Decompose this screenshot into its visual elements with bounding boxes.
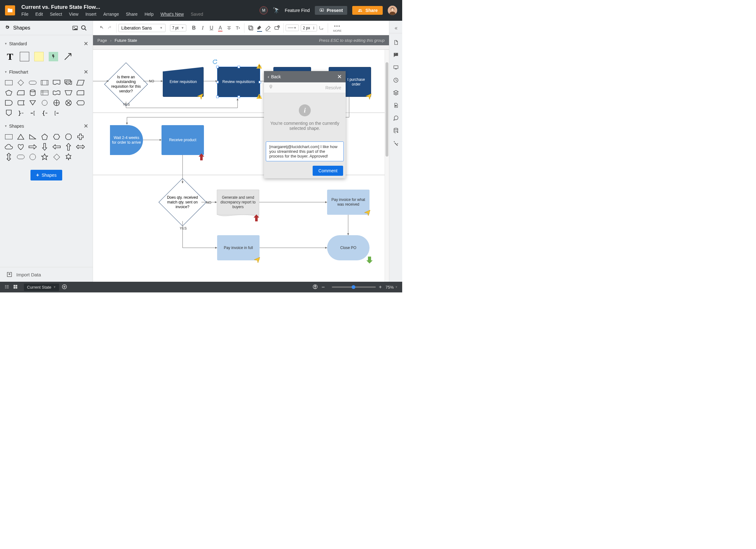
fc-multidoc[interactable] — [64, 79, 73, 86]
comment-input[interactable]: [margaretj@lucidchart.com] I like how yo… — [266, 141, 344, 161]
fc-connector[interactable] — [40, 99, 49, 106]
scrollbar-vertical[interactable] — [385, 50, 389, 282]
line-color-button[interactable] — [264, 23, 273, 33]
shape-arrow[interactable] — [62, 51, 74, 62]
shape-hotspot[interactable] — [48, 51, 59, 62]
outline-view-icon[interactable] — [4, 285, 9, 290]
shape-block[interactable] — [19, 51, 30, 62]
present-button[interactable]: Present — [315, 6, 347, 15]
import-data-button[interactable]: Import Data — [0, 267, 93, 282]
menu-whats-new[interactable]: What's New — [161, 12, 184, 17]
redo-button[interactable] — [106, 23, 114, 33]
line-style-select[interactable]: ▼ — [286, 25, 299, 31]
add-page-button[interactable] — [62, 284, 67, 291]
fc-pentagon[interactable] — [4, 89, 13, 96]
comments-panel-icon[interactable]: " — [392, 50, 400, 60]
fc-brace-close[interactable]: }▪▪ — [16, 109, 25, 116]
fc-card[interactable] — [76, 89, 85, 96]
zoom-slider-thumb[interactable] — [352, 285, 355, 289]
node-close-po[interactable]: Close PO — [327, 235, 370, 260]
fc-merge[interactable] — [28, 99, 37, 106]
page-tab-current[interactable]: Current State ▼ — [24, 284, 59, 291]
fc-input[interactable] — [16, 89, 25, 96]
close-icon[interactable]: ✕ — [84, 69, 88, 75]
add-shapes-button[interactable]: + Shapes — [30, 170, 62, 180]
fc-note-right[interactable]: ▪▪[ — [28, 109, 37, 116]
section-shapes[interactable]: ▼ Shapes ✕ — [0, 121, 93, 131]
fc-data[interactable] — [76, 79, 85, 86]
text-color-button[interactable]: A — [216, 23, 225, 33]
image-icon[interactable] — [71, 24, 79, 32]
sh-cloud[interactable] — [4, 143, 13, 150]
menu-select[interactable]: Select — [50, 12, 62, 17]
align-button[interactable] — [225, 23, 233, 33]
resolve-button[interactable]: Resolve — [325, 85, 341, 90]
sh-right-triangle[interactable] — [28, 133, 37, 140]
fc-database[interactable] — [28, 89, 37, 96]
chat-panel-icon[interactable] — [392, 112, 400, 123]
fc-stored[interactable] — [16, 99, 25, 106]
rotate-handle-icon[interactable] — [212, 59, 217, 64]
menu-view[interactable]: View — [69, 12, 79, 17]
sh-circle[interactable] — [28, 153, 37, 160]
sh-star[interactable] — [40, 153, 49, 160]
shape-text[interactable]: T — [4, 51, 16, 62]
sh-diamond[interactable] — [52, 153, 61, 160]
comment-submit-button[interactable]: Comment — [313, 166, 343, 176]
menu-share[interactable]: Share — [126, 12, 138, 17]
border-color-button[interactable] — [255, 23, 264, 33]
sh-rect[interactable] — [4, 133, 13, 140]
close-icon[interactable]: ✕ — [84, 123, 88, 129]
share-button[interactable]: Share — [352, 6, 383, 15]
shape-options-button[interactable] — [273, 23, 282, 33]
page-panel-icon[interactable] — [392, 37, 400, 48]
sh-arrow-lr[interactable] — [76, 143, 85, 150]
fc-brace-open[interactable]: {▪▪ — [40, 109, 49, 116]
collapse-right-panel[interactable] — [389, 23, 402, 33]
node-pay-full[interactable]: Pay invoice in full — [217, 235, 260, 260]
pin-icon[interactable] — [268, 84, 273, 91]
zoom-out-button[interactable]: − — [321, 284, 325, 291]
user-avatar[interactable] — [388, 6, 397, 15]
sh-triangle[interactable] — [16, 133, 25, 140]
accessibility-icon[interactable] — [313, 284, 318, 290]
node-decision-qty[interactable]: Does qty. received match qty. sent on in… — [164, 183, 201, 221]
data-panel-icon[interactable] — [392, 100, 400, 111]
sh-polystar[interactable] — [64, 153, 73, 160]
search-icon[interactable] — [79, 24, 88, 32]
node-decision-outstanding[interactable]: Is there an outstanding requisition for … — [109, 67, 143, 102]
node-review-requisitions[interactable]: Review requisitions — [217, 67, 260, 97]
line-type-button[interactable] — [317, 23, 326, 33]
fc-note-left[interactable]: [▪▪ — [52, 109, 61, 116]
menu-help[interactable]: Help — [145, 12, 154, 17]
zoom-percent-label[interactable]: 75% — [386, 285, 394, 290]
sh-arrow-up[interactable] — [64, 143, 73, 150]
grid-view-icon[interactable] — [13, 285, 18, 290]
zoom-slider[interactable] — [332, 287, 376, 288]
sh-cross[interactable] — [76, 133, 85, 140]
fc-display[interactable] — [76, 99, 85, 106]
breadcrumb-page[interactable]: Page — [97, 38, 107, 43]
italic-button[interactable]: I — [198, 23, 207, 33]
line-width-select[interactable]: 2 px▲▼ — [301, 25, 317, 31]
db-panel-icon[interactable] — [392, 125, 400, 136]
history-panel-icon[interactable] — [392, 75, 400, 85]
bold-button[interactable]: B — [189, 23, 198, 33]
fc-terminator[interactable] — [28, 79, 37, 86]
magic-panel-icon[interactable] — [392, 138, 400, 148]
collaborator-avatar[interactable]: M — [260, 6, 268, 14]
zoom-in-button[interactable]: + — [379, 284, 382, 290]
present-panel-icon[interactable] — [392, 62, 400, 73]
sh-octagon[interactable] — [64, 133, 73, 140]
node-pay-received[interactable]: Pay invoice for what was received — [327, 189, 370, 215]
node-wait-weeks[interactable]: Wait 2-4 weeks for order to arrive — [110, 125, 143, 155]
gear-icon[interactable] — [4, 25, 10, 31]
sh-arrow-down[interactable] — [40, 143, 49, 150]
fc-or[interactable] — [52, 99, 61, 106]
sh-rounded-rect[interactable] — [16, 153, 25, 160]
fc-summing[interactable] — [64, 99, 73, 106]
sh-arrow-right[interactable] — [28, 143, 37, 150]
close-icon[interactable]: ✕ — [337, 73, 342, 80]
sh-arrow-left[interactable] — [52, 143, 61, 150]
fill-button[interactable] — [246, 23, 255, 33]
